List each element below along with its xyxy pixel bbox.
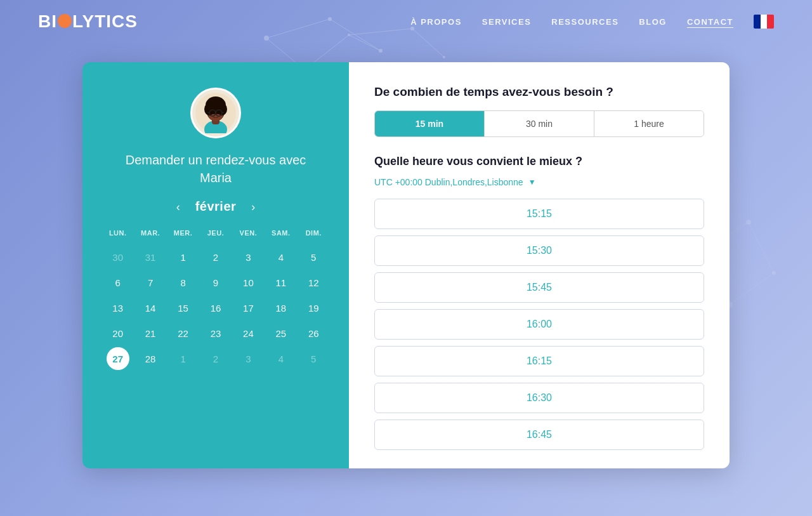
booking-card: Demander un rendez-vous avec Maria ‹ fév… [82,62,730,468]
flag-red [767,15,774,29]
calendar-day[interactable]: 30 [107,246,129,268]
calendar-day[interactable]: 28 [139,347,162,370]
time-slot[interactable]: 16:45 [374,420,704,450]
calendar-day[interactable]: 31 [139,246,162,268]
calendar-day[interactable]: 15 [172,296,195,319]
chevron-down-icon: ▼ [528,178,536,187]
svg-point-37 [211,112,214,114]
time-slot[interactable]: 16:15 [374,346,704,376]
nav-ressources[interactable]: RESSOURCES [551,17,619,27]
main-nav: À PROPOS SERVICES RESSOURCES BLOG CONTAC… [410,15,774,29]
calendar-day[interactable]: 14 [139,296,162,319]
day-header-sam: SAM. [265,227,297,239]
calendar-days: 3031123456789101112131415161718192021222… [102,246,330,370]
calendar-day[interactable]: 5 [302,347,325,370]
logo-text-bi: BI [38,11,57,32]
prev-month-button[interactable]: ‹ [174,201,183,213]
timezone-label: UTC +00:00 Dublin,Londres,Lisbonne [374,177,523,187]
next-month-button[interactable]: › [249,201,258,213]
calendar-day[interactable]: 22 [172,322,195,345]
header: BI LYTICS À PROPOS SERVICES RESSOURCES B… [0,0,812,43]
calendar-day[interactable]: 3 [237,246,259,268]
calendar-day[interactable]: 4 [270,246,292,268]
time-slot[interactable]: 16:30 [374,383,704,413]
month-nav: ‹ février › [174,199,258,214]
calendar-day[interactable]: 8 [172,271,195,294]
calendar-day[interactable]: 4 [270,347,292,370]
calendar-day[interactable]: 20 [107,322,129,345]
day-header-ven: VEN. [232,227,265,239]
calendar-day[interactable]: 5 [302,246,325,268]
calendar-day[interactable]: 12 [302,271,325,294]
day-headers: LUN. MAR. MER. JEU. VEN. SAM. DIM. [102,227,330,239]
day-header-dim: DIM. [298,227,330,239]
calendar-day[interactable]: 26 [302,322,325,345]
language-flag[interactable] [754,15,774,29]
time-slot[interactable]: 16:00 [374,309,704,340]
calendar-day[interactable]: 7 [139,271,162,294]
flag-white [761,15,768,29]
calendar-day[interactable]: 24 [237,322,259,345]
time-slots: 15:1515:3015:4516:0016:1516:3016:45 [374,199,704,450]
time-slot[interactable]: 15:30 [374,235,704,266]
calendar-day[interactable]: 1 [172,347,195,370]
calendar-day[interactable]: 2 [204,246,227,268]
nav-contact[interactable]: CONTACT [687,17,733,27]
calendar-day[interactable]: 9 [204,271,227,294]
calendar-day[interactable]: 13 [107,296,129,319]
calendar-day[interactable]: 25 [270,322,292,345]
avatar [190,88,241,138]
flag-blue [754,15,761,29]
day-header-mer: MER. [167,227,199,239]
duration-question: De combien de temps avez-vous besoin ? [374,85,704,99]
duration-buttons: 15 min 30 min 1 heure [374,110,704,137]
time-slot[interactable]: 15:45 [374,272,704,303]
nav-services[interactable]: SERVICES [482,17,532,27]
calendar-grid: LUN. MAR. MER. JEU. VEN. SAM. DIM. 30311… [102,227,330,370]
svg-point-38 [218,112,220,114]
calendar-day[interactable]: 19 [302,296,325,319]
booking-title: Demander un rendez-vous avec Maria [126,151,306,187]
logo[interactable]: BI LYTICS [38,11,138,32]
calendar-day[interactable]: 23 [204,322,227,345]
day-header-lun: LUN. [102,227,134,239]
time-panel: De combien de temps avez-vous besoin ? 1… [349,62,730,468]
duration-30min[interactable]: 30 min [485,111,594,136]
duration-15min[interactable]: 15 min [375,111,485,136]
nav-a-propos[interactable]: À PROPOS [410,17,462,27]
day-header-jeu: JEU. [199,227,232,239]
day-header-mar: MAR. [134,227,166,239]
month-name: février [195,199,237,214]
calendar-day[interactable]: 6 [107,271,129,294]
nav-blog[interactable]: BLOG [639,17,667,27]
calendar-day[interactable]: 3 [237,347,259,370]
calendar-day[interactable]: 1 [172,246,195,268]
time-slot[interactable]: 15:15 [374,199,704,229]
calendar-day[interactable]: 2 [204,347,227,370]
duration-1heure[interactable]: 1 heure [594,111,704,136]
hour-question: Quelle heure vous convient le mieux ? [374,155,704,168]
calendar-day[interactable]: 18 [270,296,292,319]
calendar-panel: Demander un rendez-vous avec Maria ‹ fév… [82,62,349,468]
calendar-day[interactable]: 17 [237,296,259,319]
timezone-select[interactable]: UTC +00:00 Dublin,Londres,Lisbonne ▼ [374,177,704,187]
calendar-day[interactable]: 11 [270,271,292,294]
logo-text-lytics: LYTICS [72,11,138,32]
calendar-day[interactable]: 16 [204,296,227,319]
calendar-day[interactable]: 10 [237,271,259,294]
logo-circle-icon [58,14,72,28]
main-content: Demander un rendez-vous avec Maria ‹ fév… [0,43,812,494]
calendar-day[interactable]: 21 [139,322,162,345]
calendar-day[interactable]: 27 [107,347,129,370]
